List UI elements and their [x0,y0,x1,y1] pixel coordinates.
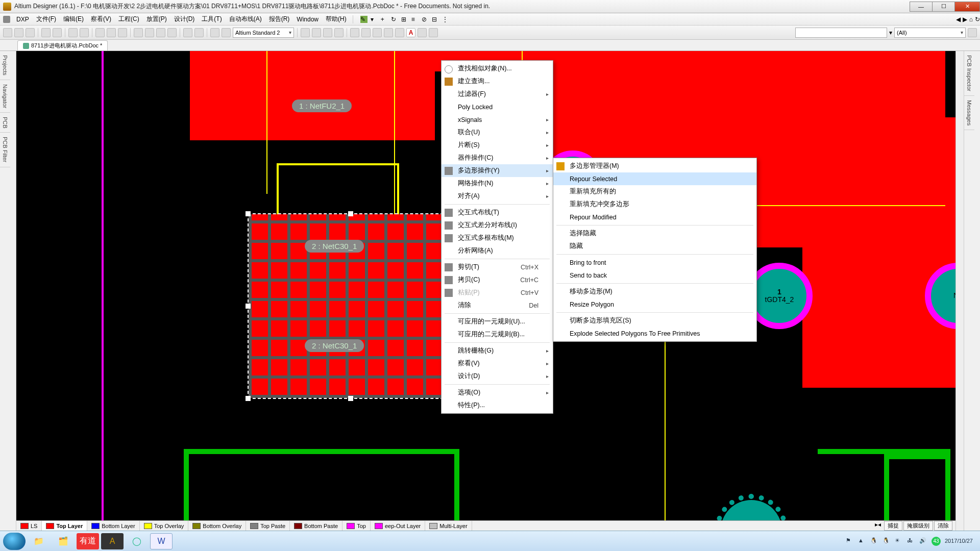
menu-icon-7[interactable]: ⊘ [422,16,429,23]
panel-tab-navigator[interactable]: Navigator [0,80,10,113]
tray-qq2-icon[interactable]: 🐧 [883,537,891,545]
ctx-item[interactable]: 交互式布线(T) [442,206,553,219]
tool-copy-icon[interactable] [107,28,116,37]
tray-qq1-icon[interactable]: 🐧 [870,537,878,545]
search-input[interactable] [795,28,887,38]
panel-tab-pcb[interactable]: PCB [0,113,10,133]
ctx-item[interactable]: 特性(P)... [442,399,553,412]
panel-tab-messages[interactable]: Messages [964,96,974,130]
ctx-item[interactable]: 拷贝(C)Ctrl+C [442,273,553,286]
tool-route4-icon[interactable] [334,28,344,37]
ctx-item[interactable]: 可应用的一元规则(U)... [442,315,553,328]
layer-tab[interactable]: Top Overlay [140,521,189,531]
panel-tab-projects[interactable]: Projects [0,51,10,80]
menu-help[interactable]: 帮助(H) [323,14,350,24]
ctx-item[interactable]: 联合(U) [442,126,553,139]
layer-tab[interactable]: Bottom Paste [290,521,342,531]
nav-back-icon[interactable]: ◀ [956,16,961,23]
tool-move-icon[interactable] [145,28,154,37]
ctx-sub-item[interactable]: 重新填充所有的 [553,185,756,198]
ctx-item[interactable]: 器件操作(C) [442,152,553,164]
menu-icon-9[interactable]: ⋮ [442,16,449,23]
tool-place5-icon[interactable] [395,28,404,37]
ctx-item[interactable]: 分析网络(A) [442,244,553,257]
ctx-item[interactable]: 交互式差分对布线(I) [442,219,553,232]
menu-window[interactable]: Window [293,15,322,24]
resize-handle-w[interactable] [246,304,251,309]
tool-run-icon[interactable] [210,28,219,37]
tool-preview-icon[interactable] [53,28,62,37]
panel-tab-pcbfilter[interactable]: PCB Filter [0,133,10,167]
ctx-item[interactable]: Poly Locked [442,101,553,113]
menu-project[interactable]: 工程(C) [115,14,142,24]
ctx-sub-item[interactable]: 移动多边形(M) [553,285,756,298]
ctx-item[interactable]: 网络操作(N) [442,177,553,190]
menu-view[interactable]: 察看(V) [88,14,114,24]
tray-vol-icon[interactable]: 🔊 [919,537,927,545]
layer-tab[interactable]: eep-Out Layer [371,521,425,531]
tool-redo-icon[interactable] [194,28,204,37]
menu-icon-3[interactable]: + [381,16,388,23]
ctx-sub-item[interactable]: 隐藏 [553,240,756,253]
tool-zoom-icon[interactable] [68,28,78,37]
tool-paste-icon[interactable] [118,28,127,37]
layer-tab[interactable]: Top [342,521,371,531]
btn-snap[interactable]: 捕捉 [884,521,902,531]
ctx-sub-item[interactable]: 切断多边形填充区(S) [553,314,756,327]
task-folder-icon[interactable]: 🗂️ [52,533,75,549]
tool-zoomfit-icon[interactable] [80,28,89,37]
layer-tab[interactable]: Bottom Layer [87,521,139,531]
menu-icon-6[interactable]: ≡ [411,16,419,23]
ctx-item[interactable]: 设计(D) [442,370,553,383]
tray-weather-icon[interactable]: ☀ [895,537,903,545]
ctx-sub-item[interactable]: 多边形管理器(M) [553,160,756,172]
tool-undo-icon[interactable] [183,28,192,37]
tool-cut-icon[interactable] [95,28,105,37]
task-explorer-icon[interactable]: 📁 [28,533,50,549]
menu-icon-5[interactable]: ⊞ [401,16,408,23]
ctx-sub-item[interactable]: Repour Selected [553,172,756,185]
standard-combo[interactable]: Altium Standard 2 [233,28,294,38]
tool-place3-icon[interactable] [373,28,382,37]
menu-icon-2[interactable]: ▾ [371,16,378,23]
tool-place4-icon[interactable] [384,28,393,37]
layer-tab[interactable]: LS [16,521,42,531]
tool-route1-icon[interactable] [301,28,310,37]
tool-print-icon[interactable] [41,28,51,37]
filter-combo[interactable]: (All) [894,28,966,38]
nav-refresh-icon[interactable]: ↻ [975,16,980,23]
ctx-item[interactable]: 剪切(T)Ctrl+X [442,261,553,273]
tool-place6-icon[interactable] [418,28,427,37]
search-dropdown-icon[interactable]: ▾ [889,29,892,36]
ctx-item[interactable]: 片断(S) [442,139,553,152]
resize-handle-s[interactable] [348,396,353,401]
ctx-sub-item[interactable]: 重新填充冲突多边形 [553,198,756,211]
layer-tab[interactable]: Bottom Overlay [188,521,246,531]
ctx-item[interactable]: 交互式多根布线(M) [442,232,553,244]
menu-report[interactable]: 报告(R) [266,14,293,24]
layer-tab[interactable]: Top Layer [42,521,87,531]
nav-home-icon[interactable]: ⌂ [969,16,973,23]
document-tab[interactable]: 8711步进电机驱动.PcbDoc * [17,40,108,51]
layer-tab[interactable]: Top Paste [246,521,290,531]
ctx-sub-item[interactable]: Explode Selected Polygons To Free Primit… [553,327,756,340]
context-submenu-polygon[interactable]: 多边形管理器(M)Repour Selected重新填充所有的重新填充冲突多边形… [553,158,757,342]
tool-save-icon[interactable] [26,28,35,37]
tool-route2-icon[interactable] [312,28,321,37]
tray-clock[interactable]: 2017/10/27 [945,538,973,544]
ctx-sub-item[interactable]: Repour Modified [553,211,756,223]
maximize-button[interactable]: ☐ [932,2,955,12]
vertical-scrollbar[interactable] [955,51,964,531]
tool-cross-icon[interactable] [156,28,165,37]
tool-place7-icon[interactable] [429,28,438,37]
task-youdao-icon[interactable]: 有道 [77,533,99,549]
close-button[interactable]: ✕ [954,2,980,12]
ctx-item[interactable]: 察看(V) [442,357,553,370]
layer-config-icon[interactable]: ▸◂ [873,521,883,531]
ctx-item[interactable]: 跳转栅格(G) [442,344,553,357]
context-menu[interactable]: 查找相似对象(N)...建立查询...过滤器(F)Poly LockedxSig… [441,60,553,414]
menu-icon-1[interactable]: ✎ [360,16,368,23]
tool-open-icon[interactable] [14,28,23,37]
btn-clear[interactable]: 清除 [934,521,952,531]
tray-badge[interactable]: 43 [932,537,941,546]
